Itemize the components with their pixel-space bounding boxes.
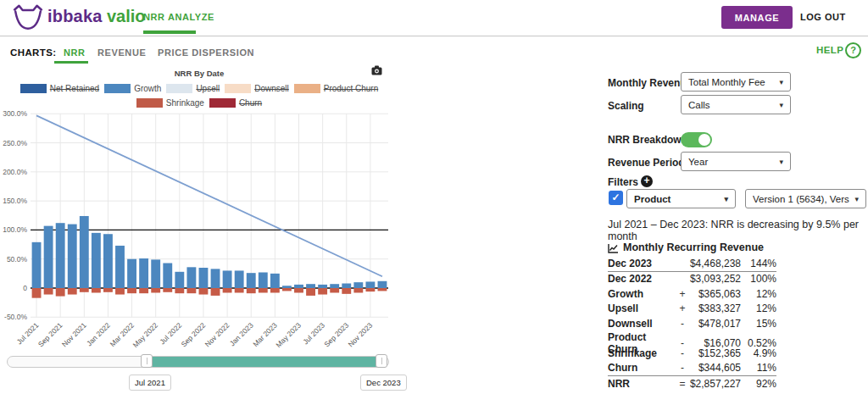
mrr-row: Dec 2023$4,468,238144% (608, 256, 776, 272)
mrr-cell-lab: Dec 2022 (608, 273, 676, 285)
shrinkage-bar[interactable] (199, 288, 209, 295)
shrinkage-bar[interactable] (211, 288, 220, 296)
shrinkage-bar[interactable] (353, 288, 363, 292)
svg-text:Jan 2022: Jan 2022 (85, 320, 112, 347)
legend-label: Upsell (196, 84, 220, 93)
shrinkage-bar[interactable] (92, 288, 101, 292)
shrinkage-bar[interactable] (151, 288, 160, 292)
growth-bar[interactable] (235, 270, 244, 288)
revenue-period-select[interactable]: Year ▾ (681, 152, 791, 171)
growth-bar[interactable] (127, 259, 136, 288)
filter-field-select[interactable]: Product ▾ (626, 189, 736, 208)
legend-item[interactable]: Shrinkage (136, 98, 204, 108)
shrinkage-bar[interactable] (330, 288, 339, 292)
shrinkage-bar[interactable] (378, 288, 387, 291)
svg-text:Jan 2023: Jan 2023 (228, 320, 255, 347)
slider-track[interactable] (7, 356, 389, 368)
revenue-period-label: Revenue Period (608, 157, 685, 169)
growth-bar[interactable] (186, 267, 196, 288)
nrr-breakdown-label: NRR Breakdown (608, 134, 687, 146)
growth-bar[interactable] (175, 272, 184, 288)
legend-item[interactable]: Churn (209, 98, 262, 108)
growth-bar[interactable] (211, 269, 220, 288)
filter-values-select[interactable]: Version 1 (5634), Versio... ▾ (745, 189, 866, 208)
growth-bar[interactable] (163, 264, 172, 288)
shrinkage-bar[interactable] (223, 288, 232, 292)
chevron-down-icon: ▾ (779, 101, 783, 109)
legend-item[interactable]: Downsell (225, 84, 289, 93)
slider-handle-end[interactable] (376, 354, 387, 368)
growth-bar[interactable] (259, 272, 268, 288)
mrr-cell-amt: $4,468,238 (689, 258, 741, 269)
growth-bar[interactable] (223, 270, 232, 288)
shrinkage-bar[interactable] (139, 288, 148, 293)
growth-bar[interactable] (318, 285, 327, 288)
legend-item[interactable]: Growth (104, 84, 161, 93)
camera-export-icon[interactable] (371, 65, 382, 75)
growth-bar[interactable] (306, 284, 315, 288)
shrinkage-bar[interactable] (282, 288, 292, 291)
mrr-cell-lab: Downsell (608, 318, 676, 330)
legend-item[interactable]: Net Retained (20, 84, 99, 93)
growth-bar[interactable] (378, 281, 387, 288)
legend-label: Product Churn (324, 84, 378, 93)
shrinkage-bar[interactable] (186, 288, 196, 293)
slider-handle-start[interactable] (141, 354, 153, 368)
growth-bar[interactable] (282, 286, 292, 288)
filter-checkbox[interactable]: ✓ (609, 191, 623, 205)
shrinkage-bar[interactable] (68, 288, 77, 295)
toggle-knob (698, 134, 710, 146)
mrr-cell-lab: Upsell (608, 302, 676, 314)
growth-bar[interactable] (32, 242, 42, 288)
shrinkage-bar[interactable] (235, 288, 244, 292)
growth-bar[interactable] (92, 233, 101, 288)
shrinkage-bar[interactable] (127, 288, 136, 293)
nrr-breakdown-toggle[interactable] (681, 132, 712, 147)
shrinkage-bar[interactable] (175, 288, 184, 293)
growth-bar[interactable] (365, 281, 375, 288)
shrinkage-bar[interactable] (365, 288, 375, 291)
growth-bar[interactable] (68, 225, 77, 288)
growth-bar[interactable] (139, 258, 148, 288)
shrinkage-bar[interactable] (270, 288, 280, 292)
shrinkage-bar[interactable] (306, 288, 315, 296)
growth-bar[interactable] (151, 259, 160, 288)
growth-bar[interactable] (199, 268, 209, 288)
growth-bar[interactable] (247, 273, 256, 288)
shrinkage-bar[interactable] (44, 288, 53, 295)
mrr-row: Upsell+$383,32712% (608, 302, 776, 317)
manage-button[interactable]: MANAGE (721, 6, 793, 29)
add-filter-icon[interactable]: + (641, 175, 653, 187)
shrinkage-bar[interactable] (163, 288, 172, 292)
shrinkage-bar[interactable] (32, 288, 42, 298)
legend-item[interactable]: Product Churn (294, 84, 378, 93)
growth-bar[interactable] (44, 226, 53, 288)
scaling-select[interactable]: Calls ▾ (681, 95, 791, 114)
growth-bar[interactable] (342, 284, 351, 288)
svg-text:Sep 2023: Sep 2023 (322, 320, 350, 348)
shrinkage-bar[interactable] (294, 288, 303, 292)
logout-button[interactable]: LOG OUT (800, 12, 846, 22)
growth-bar[interactable] (56, 223, 65, 288)
shrinkage-bar[interactable] (80, 288, 89, 292)
shrinkage-bar[interactable] (103, 288, 113, 292)
shrinkage-bar[interactable] (56, 288, 65, 297)
growth-bar[interactable] (115, 246, 125, 288)
growth-bar[interactable] (270, 274, 280, 288)
legend-item[interactable]: Upsell (166, 84, 220, 93)
growth-bar[interactable] (294, 285, 303, 288)
shrinkage-bar[interactable] (115, 288, 125, 295)
growth-bar[interactable] (353, 282, 363, 288)
monthly-revenue-select[interactable]: Total Monthly Fee ▾ (681, 72, 791, 92)
growth-bar[interactable] (80, 216, 89, 288)
slider-selected-range[interactable] (147, 357, 382, 367)
legend-swatch (209, 98, 236, 108)
shrinkage-bar[interactable] (259, 288, 268, 292)
growth-bar[interactable] (330, 284, 339, 288)
shrinkage-bar[interactable] (247, 288, 256, 293)
mrr-cell-pct: 100% (741, 273, 776, 285)
growth-bar[interactable] (103, 234, 113, 288)
filters-label: Filters (608, 176, 638, 188)
shrinkage-bar[interactable] (318, 288, 327, 295)
shrinkage-bar[interactable] (342, 288, 351, 294)
